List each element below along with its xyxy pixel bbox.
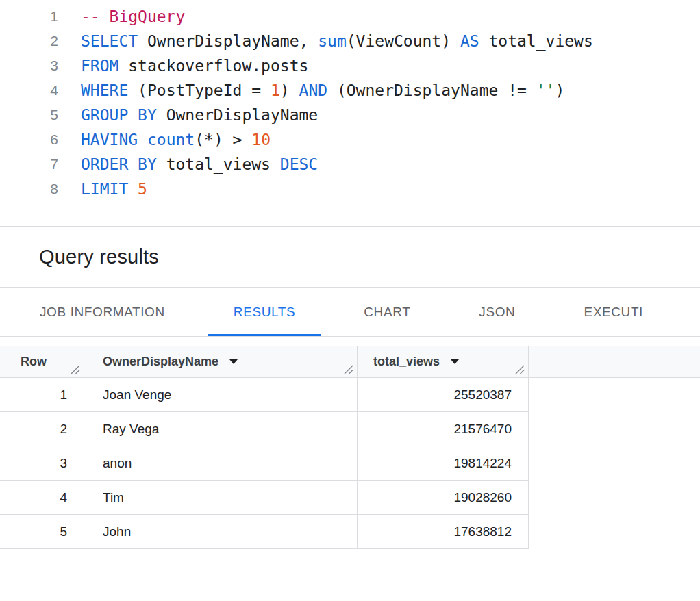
row-filler <box>529 378 700 412</box>
cell-ownerdisplayname: Ray Vega <box>84 412 358 446</box>
cell-total_views: 21576470 <box>358 412 529 446</box>
token-keyword: FROM <box>81 57 118 75</box>
column-menu-icon[interactable] <box>229 359 238 364</box>
line-number: 4 <box>0 78 58 103</box>
code-text: -- BigQuery <box>81 4 185 29</box>
table-row: 1Joan Venge25520387 <box>0 378 700 412</box>
line-number: 5 <box>0 103 58 127</box>
token-plain: total_views <box>479 32 593 50</box>
cell-ownerdisplayname: Tim <box>84 481 358 515</box>
page-title: Query results <box>39 246 159 268</box>
token-plain: ) <box>280 81 299 99</box>
cell-row: 2 <box>0 412 84 446</box>
row-filler <box>529 446 700 481</box>
results-table: RowOwnerDisplayNametotal_views 1Joan Ven… <box>0 346 700 549</box>
tab-executi[interactable]: EXECUTI <box>558 288 669 336</box>
cell-row: 3 <box>0 446 84 481</box>
column-header-ownerdisplayname[interactable]: OwnerDisplayName <box>84 346 358 377</box>
code-line[interactable]: 1-- BigQuery <box>0 4 700 29</box>
column-header-row[interactable]: Row <box>0 346 84 377</box>
sql-editor[interactable]: 1-- BigQuery2SELECT OwnerDisplayName, su… <box>0 0 700 226</box>
cell-row: 4 <box>0 481 84 515</box>
column-label: total_views <box>373 355 440 369</box>
line-number: 7 <box>0 152 58 177</box>
token-number: 1 <box>271 81 280 99</box>
column-resize-handle-icon[interactable] <box>344 365 353 374</box>
line-number: 2 <box>0 29 58 53</box>
token-plain <box>138 131 147 149</box>
token-plain: (ViewCount) <box>347 32 460 50</box>
code-line[interactable]: 6HAVING count(*) > 10 <box>0 127 700 152</box>
token-plain: OwnerDisplayName <box>157 106 318 124</box>
code-text: ORDER BY total_views DESC <box>81 152 318 177</box>
token-keyword: HAVING <box>81 131 138 149</box>
table-row: 4Tim19028260 <box>0 481 700 515</box>
column-label: OwnerDisplayName <box>103 355 218 369</box>
table-row: 2Ray Vega21576470 <box>0 412 700 446</box>
line-number: 6 <box>0 127 58 152</box>
token-string: '' <box>536 81 555 99</box>
tab-job-information[interactable]: JOB INFORMATION <box>14 288 191 336</box>
code-text: SELECT OwnerDisplayName, sum(ViewCount) … <box>81 29 593 53</box>
token-function: count <box>147 131 195 149</box>
table-row: 3anon19814224 <box>0 446 700 481</box>
token-plain: (PostTypeId = <box>128 81 271 99</box>
line-number: 8 <box>0 177 58 201</box>
header-filler <box>529 346 700 377</box>
code-line[interactable]: 7ORDER BY total_views DESC <box>0 152 700 177</box>
token-keyword: GROUP BY <box>81 106 157 124</box>
code-text: LIMIT 5 <box>81 177 147 201</box>
column-label: Row <box>21 355 47 369</box>
token-keyword: AS <box>460 32 479 50</box>
column-header-total_views[interactable]: total_views <box>358 346 529 377</box>
table-body: 1Joan Venge255203872Ray Vega215764703ano… <box>0 378 700 549</box>
token-plain: ) <box>555 81 564 99</box>
row-filler <box>529 412 700 446</box>
code-line[interactable]: 8LIMIT 5 <box>0 177 700 201</box>
cell-total_views: 17638812 <box>358 515 529 549</box>
token-comment: -- BigQuery <box>81 8 185 25</box>
row-filler <box>529 515 700 549</box>
token-plain: (*) > <box>195 131 251 149</box>
code-text: GROUP BY OwnerDisplayName <box>81 103 318 127</box>
token-keyword: AND <box>299 81 328 99</box>
query-results-header: Query results <box>0 226 700 287</box>
tab-chart[interactable]: CHART <box>338 288 436 336</box>
tab-json[interactable]: JSON <box>453 288 541 336</box>
column-menu-icon[interactable] <box>451 359 459 364</box>
cell-total_views: 25520387 <box>358 378 529 412</box>
token-plain: (OwnerDisplayName != <box>327 81 536 99</box>
cell-total_views: 19814224 <box>358 446 529 481</box>
code-text: HAVING count(*) > 10 <box>81 127 271 152</box>
token-plain <box>128 180 138 198</box>
cell-total_views: 19028260 <box>358 481 529 515</box>
code-text: WHERE (PostTypeId = 1) AND (OwnerDisplay… <box>81 78 564 103</box>
cell-row: 5 <box>0 515 84 549</box>
code-lines: 1-- BigQuery2SELECT OwnerDisplayName, su… <box>0 4 700 201</box>
cell-ownerdisplayname: John <box>84 515 358 549</box>
token-function: sum <box>318 32 347 50</box>
line-number: 1 <box>0 4 58 29</box>
token-plain: total_views <box>157 155 280 173</box>
token-number: 10 <box>251 131 271 149</box>
column-resize-handle-icon[interactable] <box>515 365 525 374</box>
code-line[interactable]: 5GROUP BY OwnerDisplayName <box>0 103 700 127</box>
cell-ownerdisplayname: anon <box>84 446 358 481</box>
section-divider <box>0 559 700 559</box>
token-number: 5 <box>138 180 147 198</box>
cell-row: 1 <box>0 378 84 412</box>
line-number: 3 <box>0 53 58 78</box>
tab-results[interactable]: RESULTS <box>208 288 321 336</box>
token-keyword: LIMIT <box>81 180 128 198</box>
code-line[interactable]: 3FROM stackoverflow.posts <box>0 53 700 78</box>
row-filler <box>529 481 700 515</box>
token-keyword: ORDER BY <box>81 155 157 173</box>
column-resize-handle-icon[interactable] <box>71 365 80 374</box>
table-row: 5John17638812 <box>0 515 700 549</box>
code-line[interactable]: 4WHERE (PostTypeId = 1) AND (OwnerDispla… <box>0 78 700 103</box>
table-header: RowOwnerDisplayNametotal_views <box>0 346 700 378</box>
token-keyword: WHERE <box>81 81 128 99</box>
code-line[interactable]: 2SELECT OwnerDisplayName, sum(ViewCount)… <box>0 29 700 53</box>
token-plain: stackoverflow.posts <box>118 57 308 75</box>
token-plain: OwnerDisplayName, <box>138 32 318 50</box>
